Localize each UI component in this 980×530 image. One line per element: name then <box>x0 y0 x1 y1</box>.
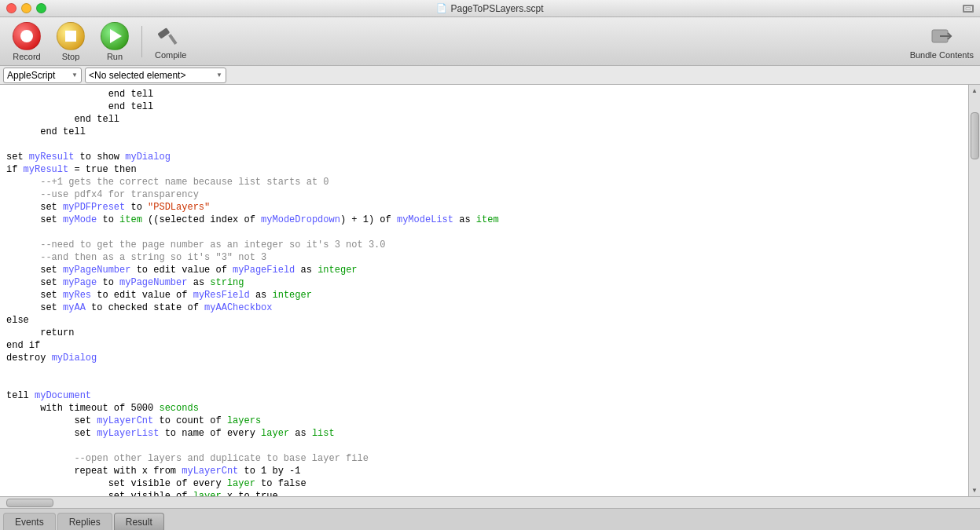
run-button[interactable]: Run <box>94 19 135 64</box>
title-bar: 📄 PageToPSLayers.scpt ▭ <box>0 0 980 17</box>
tab-events[interactable]: Events <box>3 513 56 530</box>
toolbar-divider <box>141 26 142 57</box>
code-content: end tell end tell end tell end tell set … <box>6 88 962 496</box>
replies-tab-label: Replies <box>69 517 101 528</box>
scroll-down-arrow[interactable]: ▼ <box>969 484 980 496</box>
compile-label: Compile <box>155 50 186 60</box>
element-value: <No selected element> <box>89 70 185 81</box>
events-tab-label: Events <box>15 517 44 528</box>
tab-replies[interactable]: Replies <box>57 513 112 530</box>
tab-result[interactable]: Result <box>114 513 164 530</box>
compile-button[interactable]: Compile <box>149 20 193 63</box>
window-resize-icon[interactable]: ▭ <box>963 5 974 13</box>
language-value: AppleScript <box>7 70 55 81</box>
h-scroll-thumb[interactable] <box>6 499 53 507</box>
element-dropdown-arrow: ▼ <box>216 71 222 79</box>
bundle-icon <box>929 24 954 49</box>
vertical-scrollbar[interactable]: ▲ ▼ <box>968 85 980 496</box>
maximize-button[interactable] <box>36 3 46 13</box>
close-button[interactable] <box>6 3 17 13</box>
language-dropdown-arrow: ▼ <box>72 71 78 79</box>
stop-label: Stop <box>62 52 80 61</box>
svg-rect-0 <box>168 34 177 45</box>
scroll-up-arrow[interactable]: ▲ <box>969 85 980 97</box>
record-dot <box>20 30 33 42</box>
horizontal-scrollbar[interactable] <box>0 496 980 508</box>
run-label: Run <box>107 52 123 61</box>
stop-square <box>65 31 76 42</box>
file-icon: 📄 <box>436 3 447 13</box>
scroll-thumb[interactable] <box>971 112 979 159</box>
stop-button[interactable]: Stop <box>50 19 91 64</box>
play-triangle <box>110 29 122 43</box>
language-dropdown[interactable]: AppleScript ▼ <box>3 68 82 83</box>
element-dropdown[interactable]: <No selected element> ▼ <box>85 68 226 83</box>
bottom-tabs: Events Replies Result <box>0 508 980 530</box>
run-icon <box>101 22 129 50</box>
title-label: PageToPSLayers.scpt <box>450 3 543 14</box>
code-editor[interactable]: end tell end tell end tell end tell set … <box>0 85 968 496</box>
record-button[interactable]: Record <box>6 19 47 64</box>
result-tab-label: Result <box>126 517 152 528</box>
window-controls <box>6 3 46 13</box>
record-icon <box>13 22 41 50</box>
bundle-label: Bundle Contents <box>910 50 974 60</box>
svg-rect-1 <box>158 27 170 39</box>
stop-icon <box>57 22 85 50</box>
minimize-button[interactable] <box>21 3 31 13</box>
window-title: 📄 PageToPSLayers.scpt <box>436 3 543 14</box>
compile-icon <box>158 24 183 49</box>
toolbar: Record Stop Run Compile Bundle <box>0 17 980 66</box>
toolbar-dropdowns: AppleScript ▼ <No selected element> ▼ <box>0 66 980 85</box>
bundle-contents-button[interactable]: Bundle Contents <box>910 24 974 60</box>
main-area: end tell end tell end tell end tell set … <box>0 85 980 496</box>
record-label: Record <box>13 52 40 61</box>
